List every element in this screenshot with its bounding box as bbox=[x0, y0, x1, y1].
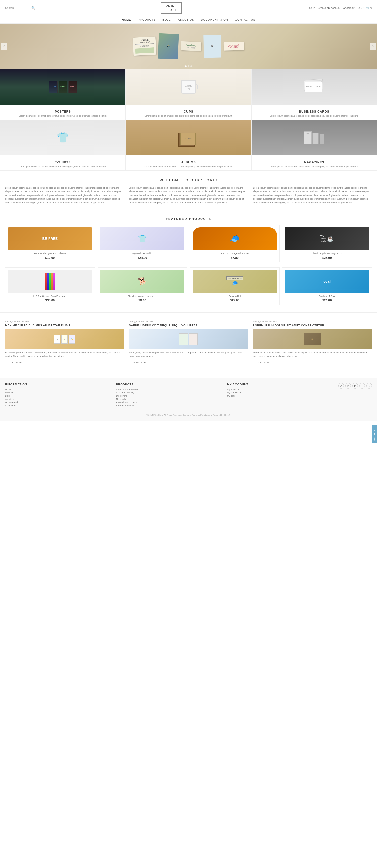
product-pens[interactable]: 210 The Cursive Pens Persona... $35.00 bbox=[5, 268, 95, 305]
footer-account-addresses[interactable]: My addresses bbox=[227, 391, 333, 394]
hero-dot-1[interactable] bbox=[185, 65, 187, 67]
header-actions: Log In Create an account Check out USD 🛒… bbox=[308, 6, 372, 9]
nav-home[interactable]: HOME bbox=[122, 18, 131, 21]
footer-prod-notepads[interactable]: Notepads bbox=[116, 398, 222, 400]
albums-image: ALBUM bbox=[126, 120, 251, 155]
logo-line2: STORE bbox=[165, 8, 178, 11]
hero-card-cooking: cooking happiness bbox=[181, 41, 201, 51]
product-image-pens bbox=[8, 270, 92, 293]
cups-title: CUPS bbox=[128, 110, 249, 113]
search-input[interactable] bbox=[15, 6, 30, 9]
blog-image-3: ▦ bbox=[253, 329, 372, 349]
hero-slider: DETAILS ON HOLIDAY ENGLAND 📸 cooking hap… bbox=[0, 24, 377, 69]
cart-count: 0 bbox=[371, 6, 372, 9]
footer-account-title: MY ACCOUNT bbox=[227, 383, 333, 386]
posters-info: POSTERS Lorem ipsum dolor sit amet conse… bbox=[0, 108, 125, 120]
footer-copyright: © 2014 Print Store. All Rights Reserved.… bbox=[5, 412, 372, 416]
blog-text-3: Lorem ipsum dolor sit amet conse ctetur … bbox=[253, 351, 372, 358]
product-custom-hat[interactable]: company name 🧢 Custom Hat $15.00 bbox=[190, 268, 280, 305]
welcome-col-2: Lorem ipsum dolor sit amet conse ctetur … bbox=[129, 186, 248, 204]
social-pinterest[interactable]: P bbox=[345, 383, 351, 389]
nav-products[interactable]: PRODUCTS bbox=[138, 18, 156, 21]
logo-line1: PRINT bbox=[165, 4, 178, 8]
category-cups[interactable]: happymothersday CUPS Lorem ipsum dolor s… bbox=[126, 69, 251, 120]
product-image-custom-hat: company name 🧢 bbox=[192, 270, 277, 293]
nav-blog[interactable]: BLOG bbox=[162, 18, 171, 21]
social-twitter[interactable]: t bbox=[367, 383, 372, 389]
footer-account-my-account[interactable]: My account bbox=[227, 388, 333, 391]
category-business-cards[interactable]: BUSINESS CARD BUSINESS CARDS Lorem ipsum… bbox=[251, 69, 377, 120]
featured-products-section: FEATURED PRODUCTS BE FREE Be Free Tie Dy… bbox=[0, 212, 377, 310]
category-albums[interactable]: ALBUM ALBUMS Lorem ipsum dolor sit amet … bbox=[126, 120, 251, 170]
albums-title: ALBUMS bbox=[128, 161, 249, 164]
hero-notebook: 📓 bbox=[203, 35, 221, 58]
read-more-3[interactable]: READ MORE bbox=[253, 360, 275, 365]
footer-link-products[interactable]: Products bbox=[5, 391, 111, 394]
welcome-columns: Lorem ipsum dolor sit amet conse ctetur … bbox=[5, 186, 372, 204]
product-image-be-free: BE FREE bbox=[8, 227, 92, 250]
nav-contact[interactable]: CONTACT US bbox=[235, 18, 255, 21]
search-icon[interactable]: 🔍 bbox=[31, 6, 35, 9]
currency-selector[interactable]: USD bbox=[358, 6, 364, 9]
business-cards-image: BUSINESS CARD bbox=[252, 69, 377, 104]
hero-card-1: DETAILS ON HOLIDAY ENGLAND bbox=[133, 37, 156, 56]
read-more-2[interactable]: READ MORE bbox=[129, 360, 150, 365]
product-price-custom-hat: $15.00 bbox=[192, 299, 277, 302]
footer-info-title: INFORMATION bbox=[5, 383, 111, 386]
footer-prod-diecovers[interactable]: Die-covers bbox=[116, 395, 222, 397]
product-coal-tshirt[interactable]: coal Coalhead T-Shirt $24.00 bbox=[282, 268, 372, 305]
social-google-plus[interactable]: g+ bbox=[338, 383, 344, 389]
product-be-free[interactable]: BE FREE Be Free Tie Dye Laptop Sleeve $1… bbox=[5, 225, 95, 262]
footer-link-contact[interactable]: Contact us bbox=[5, 404, 111, 407]
main-nav: HOME PRODUCTS BLOG ABOUT US DOCUMENTATIO… bbox=[0, 16, 377, 24]
footer-prod-stickers[interactable]: Stickers & Badges bbox=[116, 404, 222, 407]
product-name-pens: 210 The Cursive Pens Persona... bbox=[8, 295, 92, 298]
footer-prod-calendars[interactable]: Calendars & Planners bbox=[116, 388, 222, 391]
footer-account: MY ACCOUNT My account My addresses My ca… bbox=[227, 383, 333, 408]
products-rows: BE FREE Be Free Tie Dye Laptop Sleeve $1… bbox=[5, 225, 372, 305]
nav-documentation[interactable]: DOCUMENTATION bbox=[201, 18, 228, 21]
nav-about[interactable]: ABOUT US bbox=[178, 18, 194, 21]
hero-img-2: 📸 bbox=[158, 33, 179, 59]
hero-next-button[interactable]: › bbox=[371, 43, 376, 50]
blog-text-1: Reiciendis positmus itaque? Doloremque, … bbox=[5, 351, 124, 358]
product-name-child: Chibi lady visiting her pug s... bbox=[100, 295, 185, 298]
hero-prev-button[interactable]: ‹ bbox=[1, 43, 6, 50]
category-tshirts[interactable]: 👕 T-SHIRTS Lorem ipsum dolor sit amet co… bbox=[0, 120, 126, 170]
tshirts-image: 👕 bbox=[0, 120, 125, 155]
checkout-link[interactable]: Check out bbox=[343, 6, 355, 9]
top-bar: Search 🔍 PRINT STORE Log In Create an ac… bbox=[0, 0, 377, 16]
category-magazines[interactable]: 893 MAGAZINES Lorem ipsum dolor sit amet… bbox=[251, 120, 377, 170]
social-youtube[interactable]: ▶ bbox=[352, 383, 358, 389]
footer-prod-corporate[interactable]: Corporate Identity bbox=[116, 391, 222, 394]
welcome-text-1: Lorem ipsum dolor sit amet conse ctetur … bbox=[5, 186, 124, 204]
product-child[interactable]: 🐕 Chibi lady visiting her pug s... $9.00 bbox=[97, 268, 188, 305]
read-more-1[interactable]: READ MORE bbox=[5, 360, 26, 365]
create-account-link[interactable]: Create an account bbox=[318, 6, 340, 9]
footer-prod-promotional[interactable]: Promotional products bbox=[116, 401, 222, 404]
hero-dot-2[interactable] bbox=[188, 65, 189, 67]
blog-title-1: MAXIME CULPA DUCIMUS AD BEATAE EIUS E... bbox=[5, 324, 124, 327]
hero-items: DETAILS ON HOLIDAY ENGLAND 📸 cooking hap… bbox=[131, 31, 246, 61]
footer-link-home[interactable]: Home bbox=[5, 388, 111, 391]
product-tshirt[interactable]: 👕 Bighead OG T-Shirt $24.00 bbox=[97, 225, 188, 262]
cups-image: happymothersday bbox=[126, 69, 251, 104]
cart-icon[interactable]: 🛒 0 bbox=[366, 6, 372, 9]
footer-account-cart[interactable]: My cart bbox=[227, 395, 333, 397]
login-link[interactable]: Log In bbox=[308, 6, 315, 9]
social-facebook[interactable]: f bbox=[359, 383, 365, 389]
product-image-mug: WorldWideWeb ☕ bbox=[285, 227, 370, 250]
category-posters[interactable]: FOOD DRINK BLOG POSTERS Lorem ipsum dolo… bbox=[0, 69, 126, 120]
product-price-be-free: $10.00 bbox=[8, 256, 92, 259]
footer-link-documentation[interactable]: Documentation bbox=[5, 401, 111, 404]
business-cards-title: BUSINESS CARDS bbox=[254, 110, 374, 113]
magazines-info: MAGAZINES Lorem ipsum dolor sit amet con… bbox=[252, 159, 377, 170]
logo[interactable]: PRINT STORE bbox=[161, 2, 182, 13]
product-mug[interactable]: WorldWideWeb ☕ Classic Imprintme Mug - 1… bbox=[282, 225, 372, 262]
hero-dot-3[interactable] bbox=[190, 65, 192, 67]
product-name-custom-hat: Custom Hat bbox=[192, 295, 277, 298]
product-cap[interactable]: 🧢 Camo Top Orange Bilt 2 Tone... $7.00 bbox=[190, 225, 280, 262]
footer-link-about[interactable]: About Us bbox=[5, 398, 111, 400]
footer-link-blog[interactable]: Blog bbox=[5, 395, 111, 397]
welcome-col-1: Lorem ipsum dolor sit amet conse ctetur … bbox=[5, 186, 124, 204]
